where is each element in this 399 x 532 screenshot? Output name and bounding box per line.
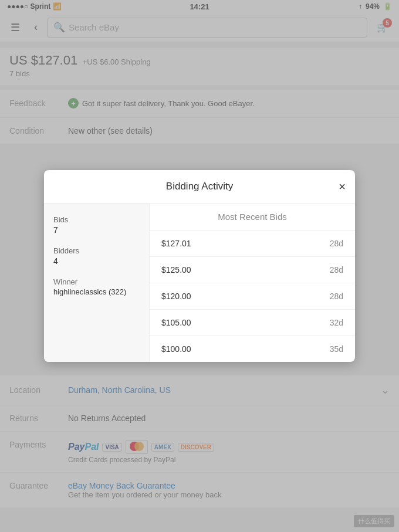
bid-amount: $120.00 (161, 292, 191, 301)
bid-time: 35d (330, 344, 343, 354)
bid-row: $127.01 28d (150, 231, 355, 257)
bid-row: $105.00 32d (150, 310, 355, 336)
modal-header: Bidding Activity × (44, 170, 355, 204)
bid-row: $100.00 35d (150, 336, 355, 362)
modal-body: Bids 7 Bidders 4 Winner highlineclassics… (44, 204, 355, 362)
bid-time: 32d (330, 318, 343, 327)
bid-time: 28d (330, 239, 343, 248)
bid-time: 28d (330, 265, 343, 275)
bid-row: $120.00 28d (150, 283, 355, 310)
modal-stats: Bids 7 Bidders 4 Winner highlineclassics… (44, 204, 150, 362)
modal-overlay[interactable]: Bidding Activity × Bids 7 Bidders 4 Winn… (0, 0, 399, 532)
winner-stat-value: highlineclassics (322) (53, 287, 140, 296)
modal-bids: Most Recent Bids $127.01 28d $125.00 28d… (150, 204, 355, 362)
bidders-stat-label: Bidders (53, 246, 140, 255)
bids-stat: Bids 7 (53, 215, 140, 235)
bidders-stat: Bidders 4 (53, 246, 140, 266)
bidding-activity-modal: Bidding Activity × Bids 7 Bidders 4 Winn… (44, 170, 355, 362)
winner-stat: Winner highlineclassics (322) (53, 277, 140, 296)
bid-row: $125.00 28d (150, 257, 355, 283)
bid-amount: $105.00 (161, 318, 191, 327)
bid-amount: $127.01 (161, 239, 191, 248)
bids-stat-value: 7 (53, 225, 140, 235)
bidders-stat-value: 4 (53, 256, 140, 266)
winner-stat-label: Winner (53, 277, 140, 286)
bid-time: 28d (330, 292, 343, 301)
modal-title: Bidding Activity (166, 181, 233, 192)
bids-stat-label: Bids (53, 215, 140, 224)
bid-amount: $100.00 (161, 344, 191, 354)
modal-close-button[interactable]: × (339, 181, 346, 192)
most-recent-bids-header: Most Recent Bids (150, 204, 355, 231)
bid-amount: $125.00 (161, 265, 191, 275)
